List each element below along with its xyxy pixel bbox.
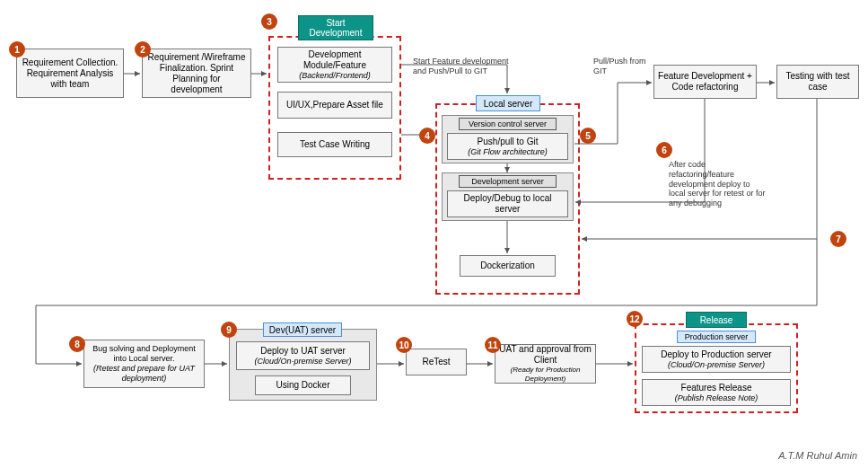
note-after-refactor: After code refactoring/feature developme… — [669, 160, 767, 208]
badge-10: 10 — [396, 337, 412, 353]
note-pull-push: Pull/Push from GIT — [593, 57, 647, 76]
box-test-case: Test Case Writing — [277, 132, 392, 157]
box-feat-release: Features Release (Publish Release Note) — [642, 379, 791, 406]
credit-text: A.T.M Ruhul Amin — [778, 450, 857, 461]
badge-7: 7 — [830, 231, 846, 247]
box-using-docker: Using Docker — [255, 375, 351, 395]
deploy-prod-sub: (Cloud/On-premise Server) — [668, 360, 765, 370]
badge-1: 1 — [9, 41, 25, 57]
header-prod: Production server — [677, 331, 756, 343]
header-vcs: Version control server — [459, 118, 557, 130]
badge-6: 6 — [656, 142, 672, 158]
note-start-feature: Start Feature development and Push/Pull … — [413, 57, 516, 76]
feat-release-text: Features Release — [681, 383, 752, 393]
badge-11: 11 — [485, 337, 501, 353]
box-deploy-prod: Deploy to Production server (Cloud/On-pr… — [642, 346, 791, 373]
box-retest: ReTest — [406, 349, 467, 375]
header-release: Release — [686, 312, 747, 328]
box-uat-approval: UAT and approval from Client (Ready for … — [495, 344, 596, 384]
box-dockerization: Dockerization — [460, 255, 556, 277]
box-req-wireframe: Requirement /Wireframe Finalization. Spr… — [142, 49, 251, 98]
header-dev-server: Development server — [459, 175, 557, 188]
feat-release-sub: (Publish Release Note) — [675, 393, 758, 403]
dev-module-text: Development Module/Feature — [282, 49, 388, 71]
badge-12: 12 — [627, 311, 643, 327]
box-bug-solve: Bug solving and Deployment into Local se… — [83, 340, 205, 388]
box-push-pull: Push/pull to Git (Git Flow architecture) — [447, 133, 568, 160]
box-deploy-local: Deploy/Debug to local server — [447, 190, 568, 217]
box-req-collection: Requirement Collection. Requirement Anal… — [16, 49, 124, 98]
badge-4: 4 — [419, 128, 435, 144]
push-pull-sub: (Git Flow architecture) — [468, 147, 548, 157]
badge-9: 9 — [221, 322, 237, 338]
badge-3: 3 — [261, 13, 277, 30]
uat-approval-sub: (Ready for Production Deployment) — [499, 366, 592, 383]
bug-solve-text: Bug solving and Deployment into Local se… — [88, 344, 200, 364]
badge-5: 5 — [580, 128, 596, 144]
box-dev-module: Development Module/Feature (Backend/Fron… — [277, 47, 392, 83]
uat-approval-text: UAT and approval from Client — [499, 344, 592, 366]
header-uat: Dev(UAT) server — [263, 322, 342, 337]
box-feat-dev: Feature Development + Code refactoring — [653, 65, 757, 99]
header-start-dev: Start Development — [298, 15, 373, 40]
header-local-server: Local server — [476, 95, 540, 111]
box-uiux: UI/UX,Prepare Asset file — [277, 92, 392, 119]
box-testing: Testing with test case — [776, 65, 859, 99]
badge-2: 2 — [135, 41, 151, 57]
bug-solve-sub: (Retest and prepare for UAT deployment) — [88, 364, 200, 384]
badge-8: 8 — [69, 336, 85, 352]
deploy-uat-text: Deploy to UAT server — [260, 346, 346, 357]
deploy-prod-text: Deploy to Production server — [661, 349, 771, 360]
box-deploy-uat: Deploy to UAT server (Cloud/On-premise S… — [236, 341, 370, 370]
deploy-uat-sub: (Cloud/On-premise Server) — [254, 357, 351, 366]
dev-module-sub: (Backend/Frontend) — [299, 71, 371, 81]
push-pull-text: Push/pull to Git — [478, 137, 539, 147]
